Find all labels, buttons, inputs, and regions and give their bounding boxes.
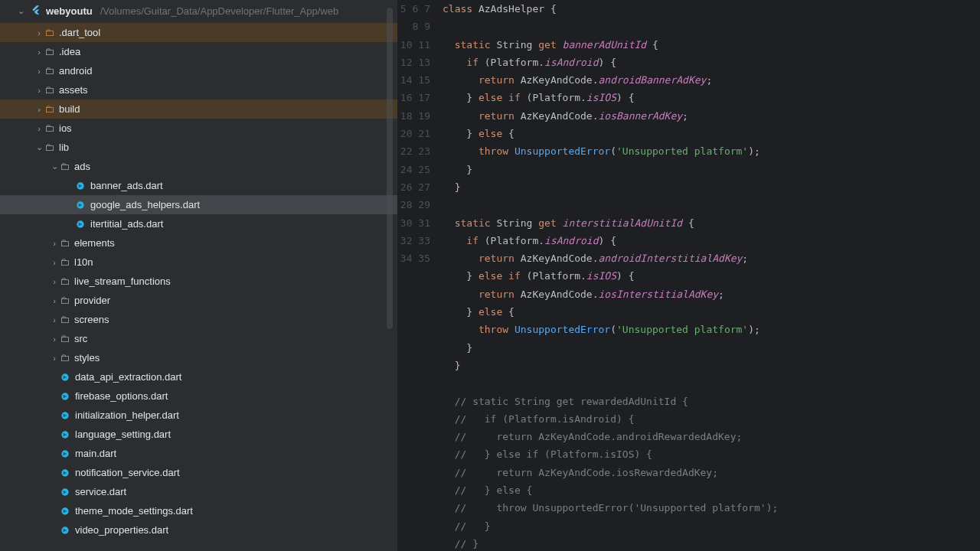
folder-icon: 🗀 [44,142,54,153]
tree-file[interactable]: video_properties.dart [0,520,397,540]
dart-file-icon [60,468,70,478]
chevron-right-icon[interactable]: › [34,28,44,37]
tree-item-label: itertitial_ads.dart [90,218,163,230]
chevron-down-icon[interactable]: ⌄ [34,142,44,152]
sidebar-scrollbar[interactable] [387,8,393,543]
tree-folder[interactable]: ›🗀src [0,329,397,348]
folder-icon: 🗀 [60,276,70,287]
tree-file[interactable]: google_ads_helpers.dart [0,195,397,214]
tree-folder[interactable]: ›🗀ios [0,119,397,138]
tree-item-label: notification_service.dart [75,467,180,478]
tree-item-label: theme_mode_settings.dart [75,505,193,517]
dart-file-icon [60,506,70,517]
tree-item-label: main.dart [75,448,116,459]
folder-icon: 🗀 [44,46,54,57]
scrollbar-thumb[interactable] [387,8,393,329]
code-content[interactable]: class AzAdsHelper { static String get ba… [443,0,980,551]
tree-file[interactable]: firebase_options.dart [0,386,397,406]
folder-icon: 🗀 [44,84,54,96]
tree-file[interactable]: initialization_helper.dart [0,406,397,425]
chevron-right-icon[interactable]: › [34,124,44,133]
dart-file-icon [75,181,86,191]
folder-icon: 🗀 [60,352,70,364]
tree-folder[interactable]: ›🗀.idea [0,42,397,61]
tree-item-label: screens [74,314,109,325]
tree-folder[interactable]: ›🗀live_stream_functions [0,272,397,291]
tree-folder[interactable]: ›🗀build [0,99,397,119]
tree-item-label: .idea [59,46,80,57]
chevron-right-icon[interactable]: › [49,258,60,267]
tree-folder[interactable]: ⌄🗀ads [0,157,397,176]
tree-item-label: firebase_options.dart [75,390,168,402]
folder-icon: 🗀 [44,103,54,115]
tree-folder[interactable]: ›🗀.dart_tool [0,23,397,42]
tree-item-label: android [59,65,92,77]
tree-file[interactable]: banner_ads.dart [0,176,397,195]
chevron-right-icon[interactable]: › [49,239,60,248]
tree-item-label: ios [59,122,72,134]
tree-file[interactable]: service.dart [0,482,397,501]
chevron-right-icon[interactable]: › [49,296,60,305]
tree-item-label: assets [59,84,88,96]
tree-item-label: lib [59,142,69,153]
tree-folder[interactable]: ›🗀elements [0,233,397,253]
tree-item-label: ads [74,161,90,172]
tree-folder[interactable]: ›🗀android [0,61,397,80]
tree-item-label: src [74,333,87,344]
tree-item-label: build [59,103,80,115]
tree-item-label: data_api_extraction.dart [75,371,181,383]
dart-file-icon [60,525,70,536]
folder-icon: 🗀 [60,237,70,249]
dart-file-icon [60,487,70,497]
tree-item-label: live_stream_functions [74,276,171,287]
tree-folder[interactable]: ⌄🗀lib [0,138,397,157]
tree-item-label: elements [74,237,115,249]
folder-icon: 🗀 [60,314,70,325]
chevron-down-icon[interactable]: ⌄ [49,161,60,171]
project-path: /Volumes/Guitar_Data/AppDeveloper/Flutte… [100,5,338,17]
project-sidebar: ⌄ webyoutu /Volumes/Guitar_Data/AppDevel… [0,0,398,551]
chevron-right-icon[interactable]: › [49,277,60,286]
chevron-right-icon[interactable]: › [34,47,44,57]
dart-file-icon [60,429,70,440]
chevron-right-icon[interactable]: › [49,334,60,344]
tree-folder[interactable]: ›🗀assets [0,80,397,99]
project-name: webyoutu [46,5,93,17]
tree-item-label: styles [74,352,100,364]
chevron-right-icon[interactable]: › [49,315,60,324]
dart-file-icon [75,200,86,210]
dart-file-icon [75,219,86,230]
tree-file[interactable]: main.dart [0,444,397,463]
project-header[interactable]: ⌄ webyoutu /Volumes/Guitar_Data/AppDevel… [0,0,397,21]
tree-item-label: initialization_helper.dart [75,409,179,421]
chevron-right-icon[interactable]: › [34,105,44,114]
tree-folder[interactable]: ›🗀l10n [0,253,397,272]
tree-file[interactable]: theme_mode_settings.dart [0,501,397,520]
folder-icon: 🗀 [44,122,54,134]
tree-item-label: banner_ads.dart [90,180,163,191]
tree-item-label: provider [74,295,110,306]
tree-file[interactable]: notification_service.dart [0,463,397,482]
tree-file[interactable]: data_api_extraction.dart [0,367,397,386]
dart-file-icon [60,410,70,421]
dart-file-icon [60,372,70,383]
chevron-right-icon[interactable]: › [34,67,44,76]
tree-item-label: language_setting.dart [75,429,171,440]
chevron-right-icon[interactable]: › [34,86,44,95]
tree-folder[interactable]: ›🗀screens [0,310,397,329]
tree-item-label: service.dart [75,486,126,497]
tree-item-label: google_ads_helpers.dart [90,199,200,210]
tree-folder[interactable]: ›🗀provider [0,291,397,310]
chevron-right-icon[interactable]: › [49,354,60,363]
tree-folder[interactable]: ›🗀styles [0,348,397,367]
file-tree: ›🗀.dart_tool›🗀.idea›🗀android›🗀assets›🗀bu… [0,21,397,551]
folder-icon: 🗀 [60,333,70,344]
tree-file[interactable]: itertitial_ads.dart [0,214,397,233]
folder-icon: 🗀 [44,65,54,77]
code-editor[interactable]: 5 6 7 8 9 10 11 12 13 14 15 16 17 18 19 … [398,0,980,551]
tree-item-label: .dart_tool [59,27,100,38]
flutter-icon [31,5,41,18]
tree-file[interactable]: language_setting.dart [0,425,397,444]
folder-icon: 🗀 [60,295,70,306]
line-number-gutter: 5 6 7 8 9 10 11 12 13 14 15 16 17 18 19 … [398,0,443,551]
